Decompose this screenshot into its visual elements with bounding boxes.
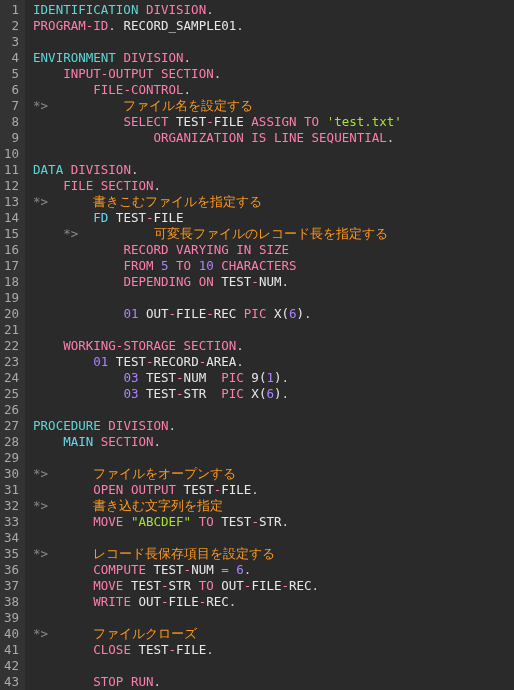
token-kw: SECTION <box>184 338 237 353</box>
token-white: NUM <box>259 274 282 289</box>
token-num: 01 <box>93 354 108 369</box>
line-number-gutter: 1234567891011121314151617181920212223242… <box>0 0 25 690</box>
token-pun: . <box>154 674 162 689</box>
line-number: 34 <box>4 530 19 546</box>
token-dash: - <box>169 306 177 321</box>
token-white: TEST <box>138 386 176 401</box>
code-line: ORGANIZATION IS LINE SEQUENTIAL. <box>33 130 402 146</box>
token-kw: PIC <box>244 306 267 321</box>
token-kw: IN <box>236 242 251 257</box>
token-white: AREA <box>206 354 236 369</box>
token-kw: MOVE <box>93 514 123 529</box>
token-kw: SECTION <box>101 178 154 193</box>
token-pun: . <box>236 338 244 353</box>
token-white <box>153 258 161 273</box>
token-kw: = <box>221 562 229 577</box>
token-white <box>297 114 305 129</box>
token-pun: . <box>229 594 237 609</box>
code-line: FILE-CONTROL. <box>33 82 402 98</box>
line-number: 17 <box>4 258 19 274</box>
token-white <box>33 482 93 497</box>
token-kw: VARYING <box>176 242 229 257</box>
token-pun: . <box>131 162 139 177</box>
token-dash: - <box>206 114 214 129</box>
token-pun: . <box>236 354 244 369</box>
token-white <box>48 194 93 209</box>
token-white: OUT <box>214 578 244 593</box>
token-white: TEST <box>138 370 176 385</box>
code-line: DEPENDING ON TEST-NUM. <box>33 274 402 290</box>
token-white: REC <box>214 306 244 321</box>
line-number: 9 <box>4 130 19 146</box>
token-kw: LINE <box>274 130 304 145</box>
token-white <box>63 162 71 177</box>
code-line: *> ファイルをオープンする <box>33 466 402 482</box>
line-number: 3 <box>4 34 19 50</box>
token-dash: - <box>251 274 259 289</box>
token-white: RECORD_SAMPLE01 <box>123 18 236 33</box>
token-num: 6 <box>236 562 244 577</box>
token-kw: PROGRAM-ID <box>33 18 108 33</box>
token-white: OUT <box>138 306 168 321</box>
token-num: 10 <box>199 258 214 273</box>
token-cmt: *> <box>33 546 48 561</box>
token-white <box>33 354 93 369</box>
line-number: 41 <box>4 642 19 658</box>
token-white <box>319 114 327 129</box>
code-line: 01 OUT-FILE-REC PIC X(6). <box>33 306 402 322</box>
token-white <box>176 338 184 353</box>
token-white <box>33 210 93 225</box>
token-pun: . <box>169 418 177 433</box>
token-kw: MOVE <box>93 578 123 593</box>
code-line <box>33 322 402 338</box>
line-number: 14 <box>4 210 19 226</box>
line-number: 31 <box>4 482 19 498</box>
token-white <box>33 594 93 609</box>
token-white <box>33 178 63 193</box>
token-white <box>48 626 93 641</box>
token-kw: RECORD <box>123 242 168 257</box>
token-kw: SECTION <box>101 434 154 449</box>
line-number: 23 <box>4 354 19 370</box>
token-white <box>123 514 131 529</box>
token-white <box>138 2 146 17</box>
token-pun: . <box>281 274 289 289</box>
line-number: 36 <box>4 562 19 578</box>
line-number: 39 <box>4 610 19 626</box>
code-line <box>33 610 402 626</box>
code-line <box>33 530 402 546</box>
token-white <box>123 674 131 689</box>
code-line: *> レコード長保存項目を設定する <box>33 546 402 562</box>
token-white: TEST <box>176 482 214 497</box>
token-white <box>33 226 63 241</box>
token-white <box>153 66 161 81</box>
code-line <box>33 658 402 674</box>
token-org: レコード長保存項目を設定する <box>93 546 275 561</box>
token-kw: SELECT <box>123 114 168 129</box>
token-white <box>33 306 123 321</box>
token-pun: . <box>154 434 162 449</box>
token-white <box>33 578 93 593</box>
token-kw: WRITE <box>93 594 131 609</box>
line-number: 20 <box>4 306 19 322</box>
token-white <box>33 514 93 529</box>
token-cyan: PROCEDURE <box>33 418 101 433</box>
token-pun: . <box>206 642 214 657</box>
token-white: FILE <box>176 306 206 321</box>
token-pun: . <box>281 370 289 385</box>
token-white <box>78 226 153 241</box>
code-line: INPUT-OUTPUT SECTION. <box>33 66 402 82</box>
token-white <box>169 242 177 257</box>
token-pun: . <box>184 50 192 65</box>
line-number: 25 <box>4 386 19 402</box>
line-number: 1 <box>4 2 19 18</box>
line-number: 27 <box>4 418 19 434</box>
token-white <box>33 370 123 385</box>
token-blue: MAIN <box>63 434 93 449</box>
code-line: DATA DIVISION. <box>33 162 402 178</box>
token-dash: - <box>146 210 154 225</box>
token-cyan: DATA <box>33 162 63 177</box>
code-line: MOVE "ABCDEF" TO TEST-STR. <box>33 514 402 530</box>
code-line <box>33 34 402 50</box>
code-editor: 1234567891011121314151617181920212223242… <box>0 0 514 690</box>
